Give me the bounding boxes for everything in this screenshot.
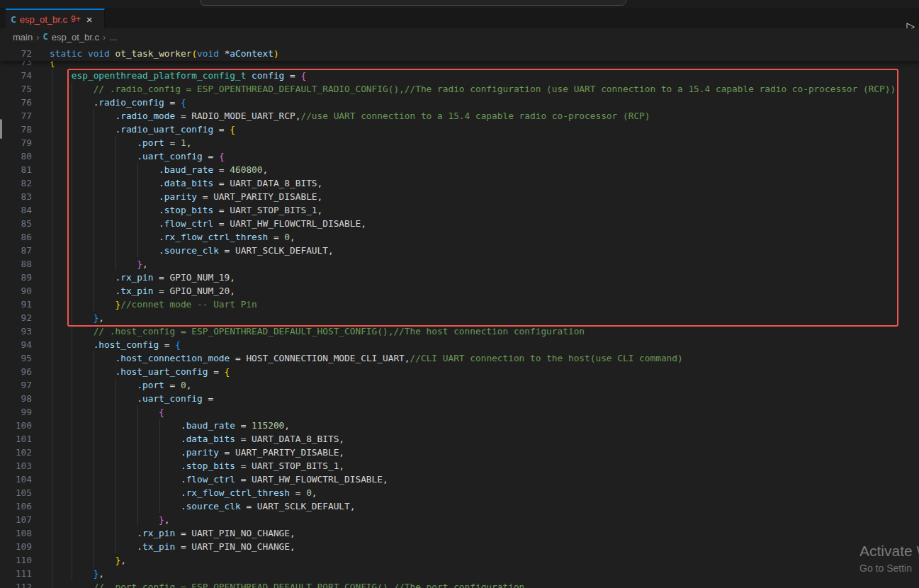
- code-line[interactable]: 82 .data_bits = UART_DATA_8_BITS,: [0, 176, 919, 190]
- code-line[interactable]: 95 .host_connection_mode = HOST_CONNECTI…: [0, 351, 919, 365]
- code-line[interactable]: 110 },: [0, 553, 919, 567]
- code-line[interactable]: 107 },: [0, 513, 919, 526]
- breadcrumb-item-main[interactable]: main: [13, 32, 33, 43]
- code-line[interactable]: 94 .host_config = {: [0, 338, 919, 351]
- line-number: 96: [0, 365, 32, 378]
- line-number: 95: [0, 351, 32, 365]
- tab-problems-badge: 9+: [71, 14, 81, 24]
- code-line[interactable]: 92 },: [0, 311, 919, 324]
- line-number: 83: [0, 190, 32, 203]
- code-line-text: }//connet mode -- Uart Pin: [50, 298, 257, 311]
- line-number: 89: [0, 271, 32, 284]
- code-line-text: .port = 1,: [50, 136, 191, 149]
- line-number: 103: [0, 459, 32, 473]
- code-line[interactable]: 86 .rx_flow_ctrl_thresh = 0,: [0, 230, 919, 244]
- line-number: 94: [0, 338, 32, 351]
- line-number: 92: [0, 311, 32, 324]
- code-line-text: .rx_pin = UART_PIN_NO_CHANGE,: [50, 526, 295, 540]
- code-line[interactable]: 105 .rx_flow_ctrl_thresh = 0,: [0, 486, 919, 499]
- code-line[interactable]: 78 .radio_uart_config = {: [0, 123, 919, 136]
- sticky-scroll-line[interactable]: 72static void ot_task_worker(void *aCont…: [0, 45, 919, 61]
- line-number: 99: [0, 405, 32, 419]
- line-number: 109: [0, 540, 32, 553]
- code-line-text: // .port_config = ESP_OPENTHREAD_DEFAULT…: [50, 580, 524, 588]
- chevron-right-icon: ›: [103, 32, 106, 43]
- code-line[interactable]: 104 .flow_ctrl = UART_HW_FLOWCTRL_DISABL…: [0, 473, 919, 486]
- code-line-text: .uart_config = {: [50, 149, 225, 163]
- code-line-text: .radio_config = {: [50, 96, 186, 109]
- line-number: 80: [0, 149, 32, 163]
- line-number: 86: [0, 230, 32, 244]
- breadcrumb-item-file[interactable]: esp_ot_br.c: [52, 32, 99, 43]
- code-line-text: .rx_pin = GPIO_NUM_19,: [50, 271, 235, 284]
- code-line-text: // .radio_config = ESP_OPENTHREAD_DEFAUL…: [50, 82, 896, 96]
- code-line-text: .host_connection_mode = HOST_CONNECTION_…: [50, 351, 683, 365]
- line-number: 110: [0, 553, 32, 567]
- command-center[interactable]: [200, 0, 626, 6]
- left-edge-marker: [0, 119, 2, 139]
- code-line-text: .tx_pin = UART_PIN_NO_CHANGE,: [50, 540, 295, 553]
- activate-windows-watermark: Activate W Go to Settin: [859, 543, 919, 574]
- code-line-text: .uart_config =: [50, 392, 213, 405]
- code-line[interactable]: 93 // .host_config = ESP_OPENTHREAD_DEFA…: [0, 324, 919, 338]
- line-number: 93: [0, 324, 32, 338]
- code-line-text: .host_uart_config = {: [50, 365, 230, 378]
- code-line[interactable]: 77 .radio_mode = RADIO_MODE_UART_RCP,//u…: [0, 109, 919, 123]
- code-line[interactable]: 102 .parity = UART_PARITY_DISABLE,: [0, 446, 919, 459]
- code-line[interactable]: 81 .baud_rate = 460800,: [0, 163, 919, 176]
- line-number: 77: [0, 109, 32, 123]
- code-line[interactable]: 79 .port = 1,: [0, 136, 919, 149]
- line-number: 87: [0, 244, 32, 257]
- code-line[interactable]: 84 .stop_bits = UART_STOP_BITS_1,: [0, 203, 919, 217]
- code-line[interactable]: 108 .rx_pin = UART_PIN_NO_CHANGE,: [0, 526, 919, 540]
- code-line-text: .data_bits = UART_DATA_8_BITS,: [50, 432, 344, 446]
- code-line[interactable]: 83 .parity = UART_PARITY_DISABLE,: [0, 190, 919, 203]
- code-line[interactable]: 89 .rx_pin = GPIO_NUM_19,: [0, 271, 919, 284]
- title-bar: [0, 0, 919, 9]
- c-file-icon: C: [43, 32, 48, 42]
- code-line[interactable]: 98 .uart_config =: [0, 392, 919, 405]
- close-icon[interactable]: ×: [86, 14, 93, 25]
- code-line-text: esp_openthread_platform_config_t config …: [50, 69, 306, 82]
- code-line[interactable]: 96 .host_uart_config = {: [0, 365, 919, 378]
- line-number: 72: [0, 47, 32, 60]
- watermark-title: Activate W: [859, 543, 919, 560]
- chevron-right-icon: ›: [36, 32, 39, 43]
- code-line[interactable]: 111 },: [0, 567, 919, 580]
- tab-esp-ot-br[interactable]: C esp_ot_br.c 9+ ×: [6, 9, 105, 28]
- code-line-text: },: [50, 513, 170, 526]
- code-line-text: .port = 0,: [50, 378, 191, 392]
- code-line[interactable]: 99 {: [0, 405, 919, 419]
- code-line[interactable]: 80 .uart_config = {: [0, 149, 919, 163]
- code-line[interactable]: 76 .radio_config = {: [0, 96, 919, 109]
- breadcrumb-item-symbol[interactable]: ...: [109, 32, 117, 43]
- code-line[interactable]: 74 esp_openthread_platform_config_t conf…: [0, 69, 919, 82]
- code-line[interactable]: 103 .stop_bits = UART_STOP_BITS_1,: [0, 459, 919, 473]
- code-line-text: .flow_ctrl = UART_HW_FLOWCTRL_DISABLE,: [50, 473, 388, 486]
- code-line[interactable]: 75 // .radio_config = ESP_OPENTHREAD_DEF…: [0, 82, 919, 96]
- code-line[interactable]: 106 .source_clk = UART_SCLK_DEFAULT,: [0, 499, 919, 513]
- line-number: 79: [0, 136, 32, 149]
- code-line[interactable]: 91 }//connet mode -- Uart Pin: [0, 298, 919, 311]
- watermark-subtitle: Go to Settin: [859, 562, 919, 574]
- code-line[interactable]: 109 .tx_pin = UART_PIN_NO_CHANGE,: [0, 540, 919, 553]
- code-line-text: },: [50, 567, 104, 580]
- line-number: 75: [0, 82, 32, 96]
- code-line[interactable]: 112 // .port_config = ESP_OPENTHREAD_DEF…: [0, 580, 919, 588]
- code-line[interactable]: 100 .baud_rate = 115200,: [0, 419, 919, 432]
- code-line[interactable]: 85 .flow_ctrl = UART_HW_FLOWCTRL_DISABLE…: [0, 217, 919, 230]
- line-number: 97: [0, 378, 32, 392]
- code-line-text: .rx_flow_ctrl_thresh = 0,: [50, 230, 295, 244]
- code-line[interactable]: 101 .data_bits = UART_DATA_8_BITS,: [0, 432, 919, 446]
- code-line-text: .source_clk = UART_SCLK_DEFAULT,: [50, 244, 334, 257]
- line-number: 104: [0, 473, 32, 486]
- code-line[interactable]: 87 .source_clk = UART_SCLK_DEFAULT,: [0, 244, 919, 257]
- code-line[interactable]: 90 .tx_pin = GPIO_NUM_20,: [0, 284, 919, 298]
- code-line-text: .stop_bits = UART_STOP_BITS_1,: [50, 459, 344, 473]
- code-line-text: .data_bits = UART_DATA_8_BITS,: [50, 176, 322, 190]
- code-line[interactable]: 88 },: [0, 257, 919, 271]
- code-line-text: .tx_pin = GPIO_NUM_20,: [50, 284, 235, 298]
- line-number: 108: [0, 526, 32, 540]
- code-line[interactable]: 97 .port = 0,: [0, 378, 919, 392]
- code-line-text: .rx_flow_ctrl_thresh = 0,: [50, 486, 317, 499]
